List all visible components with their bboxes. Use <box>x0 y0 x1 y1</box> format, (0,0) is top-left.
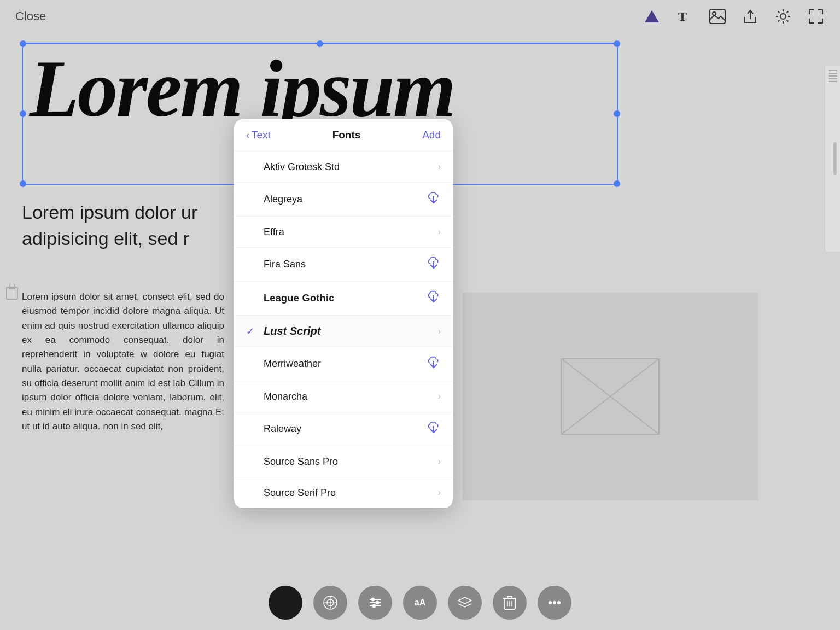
more-button[interactable] <box>538 586 571 620</box>
font-item-source-sans-pro[interactable]: ✓ Source Sans Pro › <box>234 446 453 477</box>
bottom-toolbar: aA <box>0 575 840 630</box>
font-item-left: ✓ Lust Script <box>246 325 320 337</box>
image-placeholder <box>463 293 758 500</box>
font-item-source-serif-pro[interactable]: ✓ Source Serif Pro › <box>234 477 453 508</box>
close-button[interactable]: Close <box>15 9 46 24</box>
svg-marker-27 <box>458 597 471 604</box>
chevron-right-icon: › <box>438 326 441 336</box>
font-item-left: ✓ Fira Sans <box>246 259 306 271</box>
font-item-right: › <box>438 457 441 466</box>
text-icon[interactable]: T <box>676 8 693 25</box>
shape-icon[interactable] <box>643 8 661 25</box>
layers-button[interactable] <box>448 586 482 620</box>
svg-point-24 <box>376 601 379 604</box>
font-item-left: ✓ Merriweather <box>246 358 321 370</box>
font-item-raleway[interactable]: ✓ Raleway <box>234 412 453 446</box>
right-ruler <box>825 66 840 252</box>
svg-marker-0 <box>645 10 659 22</box>
font-item-lust-script[interactable]: ✓ Lust Script › <box>234 316 453 347</box>
top-icons: T <box>643 8 825 25</box>
font-item-left: ✓ Aktiv Grotesk Std <box>246 161 340 173</box>
top-bar: Close T <box>0 0 840 33</box>
svg-rect-2 <box>710 9 725 24</box>
font-item-right <box>427 192 441 207</box>
delete-button[interactable] <box>493 586 527 620</box>
font-item-merriweather[interactable]: ✓ Merriweather <box>234 347 453 381</box>
font-item-right: › <box>438 488 441 498</box>
svg-point-34 <box>553 601 556 604</box>
handle-top-left[interactable] <box>20 40 26 47</box>
handle-bottom-right[interactable] <box>614 180 620 187</box>
chevron-right-icon: › <box>438 162 441 172</box>
font-item-right <box>427 257 441 272</box>
font-item-aktiv-grotesk-std[interactable]: ✓ Aktiv Grotesk Std › <box>234 151 453 183</box>
handle-bottom-left[interactable] <box>20 180 26 187</box>
body-text: Lorem ipsum dolor sit amet, consect elit… <box>0 279 246 445</box>
panel-header: ‹ Text Fonts Add <box>234 119 453 151</box>
font-name-lust-script: Lust Script <box>264 325 320 337</box>
font-item-left: ✓ Effra <box>246 226 284 238</box>
back-label: Text <box>252 129 271 141</box>
font-item-left: ✓ Alegreya <box>246 194 302 206</box>
font-item-right: › <box>438 227 441 237</box>
adjust-button[interactable] <box>358 586 392 620</box>
cloud-download-icon <box>427 192 441 207</box>
chevron-left-icon: ‹ <box>246 130 249 141</box>
svg-point-35 <box>557 601 561 604</box>
font-item-monarcha[interactable]: ✓ Monarcha › <box>234 381 453 412</box>
svg-point-5 <box>780 14 786 19</box>
font-item-right <box>427 357 441 371</box>
font-name-monarcha: Monarcha <box>264 391 307 402</box>
font-item-alegreya[interactable]: ✓ Alegreya <box>234 183 453 217</box>
font-panel: ‹ Text Fonts Add ✓ Aktiv Grotesk Std › ✓… <box>234 119 453 508</box>
font-item-left: ✓ Raleway <box>246 423 301 435</box>
svg-point-33 <box>549 601 552 604</box>
svg-point-22 <box>371 598 375 601</box>
color-button[interactable] <box>269 586 302 620</box>
font-item-left: ✓ League Gothic <box>246 293 335 305</box>
font-item-left: ✓ Source Serif Pro <box>246 487 336 499</box>
chevron-right-icon: › <box>438 457 441 466</box>
panel-back-button[interactable]: ‹ Text <box>246 129 271 141</box>
font-name-aktiv: Aktiv Grotesk Std <box>264 161 340 173</box>
handle-top-mid[interactable] <box>317 40 323 47</box>
font-item-right: › <box>438 392 441 401</box>
font-item-fira-sans[interactable]: ✓ Fira Sans <box>234 248 453 282</box>
image-icon[interactable] <box>709 8 726 25</box>
font-item-right: › <box>438 162 441 172</box>
handle-mid-left[interactable] <box>20 110 26 117</box>
svg-text:T: T <box>678 9 687 24</box>
cloud-download-icon <box>427 291 441 306</box>
font-item-left: ✓ Source Sans Pro <box>246 456 338 468</box>
text-size-button[interactable]: aA <box>403 586 437 620</box>
expand-icon[interactable] <box>807 8 825 25</box>
font-item-right <box>427 291 441 306</box>
font-item-right: › <box>438 326 441 336</box>
font-item-effra[interactable]: ✓ Effra › <box>234 217 453 248</box>
subtitle-text: Lorem ipsum dolor ur adipisicing elit, s… <box>22 200 197 252</box>
font-item-right <box>427 422 441 436</box>
font-name-raleway: Raleway <box>264 423 301 435</box>
font-item-league-gothic[interactable]: ✓ League Gothic <box>234 282 453 316</box>
svg-point-26 <box>372 604 376 608</box>
cloud-download-icon <box>427 422 441 436</box>
cloud-download-icon <box>427 357 441 371</box>
handle-top-right[interactable] <box>614 40 620 47</box>
cloud-download-icon <box>427 257 441 272</box>
font-item-left: ✓ Monarcha <box>246 390 307 402</box>
chevron-right-icon: › <box>438 227 441 237</box>
font-name-league-gothic: League Gothic <box>264 293 335 304</box>
panel-add-button[interactable]: Add <box>422 129 441 141</box>
font-name-merriweather: Merriweather <box>264 358 321 370</box>
font-list: ✓ Aktiv Grotesk Std › ✓ Alegreya <box>234 151 453 508</box>
font-name-effra: Effra <box>264 226 284 238</box>
settings-icon[interactable] <box>774 8 792 25</box>
chevron-right-icon: › <box>438 392 441 401</box>
filter-button[interactable] <box>313 586 347 620</box>
share-icon[interactable] <box>742 8 759 25</box>
font-name-source-sans-pro: Source Sans Pro <box>264 456 338 468</box>
font-name-alegreya: Alegreya <box>264 194 302 205</box>
font-name-source-serif-pro: Source Serif Pro <box>264 487 336 499</box>
handle-mid-right[interactable] <box>614 110 620 117</box>
panel-title: Fonts <box>332 129 361 141</box>
